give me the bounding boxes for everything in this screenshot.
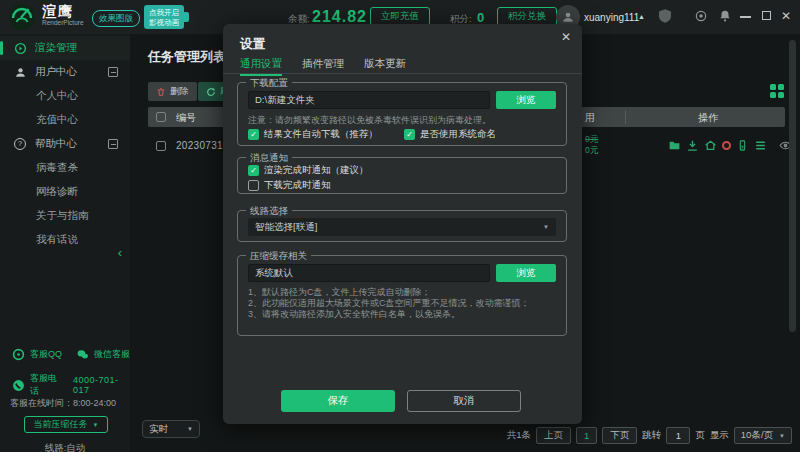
username[interactable]: xuanying111 <box>584 12 639 23</box>
phone-support-link[interactable]: 客服电话 <box>30 372 63 398</box>
sidebar-item-user-center[interactable]: 用户中心 <box>0 60 130 84</box>
checkbox-unchecked-icon[interactable] <box>248 180 259 191</box>
sidebar-item-label: 关于与指南 <box>36 209 89 223</box>
sidebar-item-label: 帮助中心 <box>35 137 77 151</box>
row-checkbox[interactable] <box>156 141 166 151</box>
phone-number: 4000-701-017 <box>73 375 130 395</box>
app-logo-icon <box>8 3 36 31</box>
sidebar-item-render-manage[interactable]: 渲染管理 <box>0 36 130 60</box>
cache-path-input[interactable] <box>248 264 490 282</box>
sidebar-item-label: 用户中心 <box>35 65 77 79</box>
sidebar-collapse-icon[interactable]: ‹ <box>112 243 128 261</box>
compress-cache-group: 压缩缓存相关 浏览 1、默认路径为C盘，文件上传完成自动删除； 2、此功能仅适用… <box>237 255 567 336</box>
scrollbar-thumb[interactable] <box>789 40 796 332</box>
sidebar-item-about-guide[interactable]: 关于与指南 <box>0 204 130 228</box>
page-size-select[interactable]: 10条/页 ▼ <box>734 427 792 444</box>
route-select[interactable]: 智能选择[联通] ▼ <box>248 218 556 236</box>
help-icon: ? <box>14 138 27 151</box>
notification-group: 消息通知 ✓ 渲染完成时通知（建议） 下载完成时通知 <box>237 157 567 194</box>
task-cost: 0元 0元 <box>585 134 598 157</box>
sidebar-item-feedback[interactable]: 我有话说 <box>0 228 130 252</box>
qq-support-link[interactable]: 客服QQ <box>30 348 62 361</box>
tabs-divider <box>223 73 582 74</box>
current-page[interactable]: 1 <box>576 427 597 444</box>
system-name-option: ✓ 是否使用系统命名 <box>404 128 496 141</box>
caret-up-icon[interactable]: ▲ <box>638 13 645 20</box>
page-unit-label: 页 <box>695 429 705 442</box>
column-header-cost: 用 <box>585 111 595 125</box>
wechat-support-link[interactable]: 微信客服 <box>94 348 130 361</box>
wechat-icon <box>76 348 89 361</box>
realtime-filter-select[interactable]: 实时 ▼ <box>142 420 200 438</box>
collapse-box-icon[interactable] <box>108 67 118 77</box>
switch-edition-button[interactable]: 点我开启 影视动画 <box>144 5 184 29</box>
battery-icon[interactable] <box>736 139 749 152</box>
sidebar-item-label: 充值中心 <box>36 113 78 127</box>
support-qq-row: 客服QQ 微信客服 <box>0 348 130 361</box>
qq-icon <box>12 348 25 361</box>
prev-page-button[interactable]: 上页 <box>536 427 571 444</box>
select-all-checkbox[interactable] <box>156 112 166 122</box>
maximize-icon[interactable] <box>762 11 771 20</box>
next-page-button[interactable]: 下页 <box>602 427 637 444</box>
render-complete-notify-option: ✓ 渲染完成时通知（建议） <box>248 164 369 177</box>
caret-down-icon: ▼ <box>93 422 99 428</box>
download-note: 注意：请勿频繁改变路径以免被杀毒软件误识别为病毒处理。 <box>248 114 491 127</box>
sidebar-item-personal-center[interactable]: 个人中心 <box>0 84 130 108</box>
minimize-icon[interactable] <box>740 9 752 23</box>
cancel-button[interactable]: 取消 <box>407 390 521 412</box>
sidebar-item-label: 我有话说 <box>36 233 78 247</box>
line-status: 线路:自动 <box>0 442 130 452</box>
collapse-box-icon[interactable] <box>108 139 118 149</box>
checkbox-checked-icon[interactable]: ✓ <box>404 129 415 140</box>
bell-icon[interactable] <box>718 9 732 23</box>
brand: 渲鹰 RenderPicture <box>42 4 84 27</box>
pagination: 共1条 上页 1 下页 跳转 页 显示 10条/页 ▼ <box>507 427 792 444</box>
render-manage-icon <box>14 42 27 55</box>
sidebar-item-network-diagnosis[interactable]: 网络诊断 <box>0 180 130 204</box>
delete-button[interactable]: 删除 <box>148 82 197 101</box>
phone-icon <box>12 379 25 392</box>
jump-page-input[interactable] <box>666 427 690 444</box>
column-header-id: 编号 <box>176 111 196 125</box>
home-icon[interactable] <box>704 139 717 152</box>
row-actions <box>668 139 792 152</box>
settings-target-icon[interactable] <box>694 9 708 23</box>
checkbox-checked-icon[interactable]: ✓ <box>248 129 259 140</box>
sidebar-item-help-center[interactable]: ? 帮助中心 <box>0 132 130 156</box>
download-icon[interactable] <box>686 139 699 152</box>
browse-button[interactable]: 浏览 <box>496 264 556 282</box>
points-value: 0 <box>477 10 484 25</box>
refresh-icon <box>206 87 216 97</box>
cache-notes: 1、默认路径为C盘，文件上传完成自动删除； 2、此功能仅适用超大场景文件或C盘空… <box>248 287 530 319</box>
service-hours: 客服在线时间：8:00-24:00 <box>10 397 116 410</box>
folder-icon[interactable] <box>668 139 681 152</box>
page-title: 任务管理列表 <box>148 48 226 66</box>
checkbox-checked-icon[interactable]: ✓ <box>248 165 259 176</box>
sidebar-item-label: 网络诊断 <box>36 185 78 199</box>
stop-record-icon[interactable] <box>722 141 731 150</box>
show-label: 显示 <box>710 429 729 442</box>
auto-download-option: ✓ 结果文件自动下载（推荐） <box>248 128 378 141</box>
download-path-input[interactable] <box>248 91 490 109</box>
sidebar-item-recharge-center[interactable]: 充值中心 <box>0 108 130 132</box>
caret-down-icon: ▼ <box>779 433 785 439</box>
app-window: 渲鹰 RenderPicture 效果图版 点我开启 影视动画 余额: 214.… <box>0 0 800 452</box>
browse-button[interactable]: 浏览 <box>496 91 556 109</box>
list-icon[interactable] <box>754 139 767 152</box>
close-window-icon[interactable]: ✕ <box>781 9 791 23</box>
vip-badge-icon <box>656 7 674 25</box>
support-phone-row: 客服电话 4000-701-017 <box>0 372 130 398</box>
download-config-group: 下载配置 浏览 注意：请勿频繁改变路径以免被杀毒软件误识别为病毒处理。 ✓ 结果… <box>237 82 567 146</box>
current-compress-task-button[interactable]: 当前压缩任务 ▼ <box>24 416 108 433</box>
brand-name: 渲鹰 <box>42 4 84 18</box>
sidebar-item-virus-scan[interactable]: 病毒查杀 <box>0 156 130 180</box>
grid-view-icon[interactable] <box>770 84 784 98</box>
modal-close-icon[interactable]: ✕ <box>561 30 571 44</box>
trash-icon <box>156 87 166 97</box>
caret-down-icon: ▼ <box>187 426 193 432</box>
sidebar-item-label: 渲染管理 <box>35 41 77 55</box>
route-select-group: 线路选择 智能选择[联通] ▼ <box>237 210 567 242</box>
modal-title: 设置 <box>240 36 265 53</box>
save-button[interactable]: 保存 <box>281 390 395 412</box>
